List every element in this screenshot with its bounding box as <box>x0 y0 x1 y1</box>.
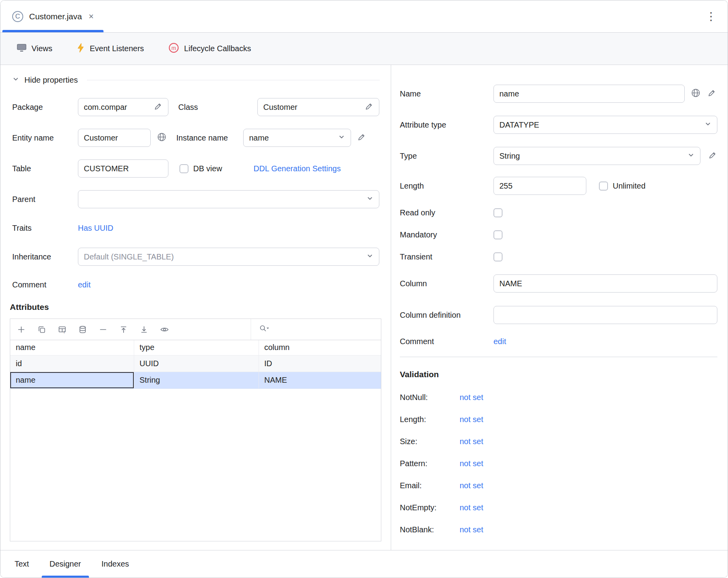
attribute-row-name[interactable]: name String NAME <box>10 372 381 388</box>
cell-column[interactable]: ID <box>259 355 381 372</box>
event-listeners-button[interactable]: Event Listeners <box>77 43 144 55</box>
more-options-icon[interactable]: ⋮ <box>706 11 717 22</box>
unlimited-checkbox[interactable] <box>599 182 608 191</box>
tab-designer[interactable]: Designer <box>39 550 91 578</box>
class-field[interactable]: Customer <box>257 98 379 116</box>
validation-row: Length: not set <box>400 408 717 430</box>
length-label: Length <box>400 182 493 191</box>
edit-pencil-icon[interactable] <box>154 102 163 113</box>
unlimited-label: Unlimited <box>613 182 645 191</box>
column-header-name[interactable]: name <box>10 340 134 355</box>
tab-customer-java[interactable]: C Customer.java × <box>0 0 105 32</box>
column-definition-input[interactable] <box>493 306 717 324</box>
section-rule <box>87 80 380 80</box>
lifecycle-callbacks-label: Lifecycle Callbacks <box>184 44 251 53</box>
database-icon[interactable] <box>76 322 90 337</box>
cell-type[interactable]: UUID <box>134 355 259 372</box>
pattern-not-set-link[interactable]: not set <box>460 459 483 468</box>
db-view-checkbox[interactable] <box>179 164 188 173</box>
column-header-type[interactable]: type <box>134 340 259 355</box>
edit-pencil-icon[interactable] <box>708 151 717 161</box>
notblank-not-set-link[interactable]: not set <box>460 525 483 534</box>
type-dropdown[interactable]: String <box>493 147 700 165</box>
read-only-label: Read only <box>400 208 493 217</box>
parent-dropdown[interactable] <box>78 190 379 208</box>
instance-name-dropdown[interactable]: name <box>243 129 351 147</box>
validation-row: Email: not set <box>400 474 717 496</box>
lifecycle-callbacks-button[interactable]: m Lifecycle Callbacks <box>168 43 251 55</box>
inheritance-dropdown[interactable]: Default (SINGLE_TABLE) <box>78 248 379 266</box>
cell-type[interactable]: String <box>134 372 259 388</box>
transient-checkbox[interactable] <box>493 252 503 261</box>
copy-attribute-icon[interactable] <box>35 322 49 337</box>
entity-name-field[interactable]: Customer <box>78 129 151 147</box>
cell-column[interactable]: NAME <box>259 372 381 388</box>
cell-name[interactable]: name <box>10 372 134 388</box>
ddl-generation-settings-link[interactable]: DDL Generation Settings <box>253 164 341 173</box>
edit-pencil-icon[interactable] <box>365 102 373 113</box>
tab-text[interactable]: Text <box>4 550 39 578</box>
entity-properties-form: Package com.compar Class Customer <box>12 92 391 297</box>
entity-name-label: Entity name <box>12 133 78 143</box>
read-only-checkbox[interactable] <box>493 208 503 217</box>
type-label: Type <box>400 152 493 161</box>
attributes-header-row: name type column <box>10 340 381 355</box>
column-header-column[interactable]: column <box>259 340 381 355</box>
comment-edit-link[interactable]: edit <box>78 280 91 289</box>
column-label: Column <box>400 279 493 288</box>
mandatory-checkbox[interactable] <box>493 230 503 239</box>
notnull-not-set-link[interactable]: not set <box>460 393 483 402</box>
globe-icon[interactable] <box>157 132 166 144</box>
tab-text-label: Text <box>15 559 29 569</box>
edit-pencil-icon[interactable] <box>708 89 716 99</box>
notempty-label: NotEmpty: <box>400 503 460 512</box>
globe-icon[interactable] <box>691 88 700 100</box>
search-icon <box>259 324 270 335</box>
db-view-label: DB view <box>193 164 222 173</box>
size-not-set-link[interactable]: not set <box>460 437 483 446</box>
length-not-set-link[interactable]: not set <box>460 415 483 424</box>
email-not-set-link[interactable]: not set <box>460 481 483 490</box>
close-tab-icon[interactable]: × <box>88 12 94 21</box>
attribute-type-dropdown[interactable]: DATATYPE <box>493 116 717 134</box>
event-listeners-label: Event Listeners <box>90 44 144 53</box>
notempty-not-set-link[interactable]: not set <box>460 503 483 512</box>
add-attribute-icon[interactable] <box>14 322 28 337</box>
column-definition-label: Column definition <box>400 311 493 320</box>
validation-row: NotBlank: not set <box>400 519 717 541</box>
validation-title: Validation <box>400 368 717 381</box>
add-from-db-icon[interactable]: f <box>55 322 69 337</box>
move-up-icon[interactable] <box>116 322 131 337</box>
designer-toolbar: Views Event Listeners m Lifecycle Callba… <box>0 33 728 65</box>
attributes-table: name type column id UUID ID name <box>10 340 381 389</box>
package-field[interactable]: com.compar <box>78 98 168 116</box>
has-uuid-link[interactable]: Has UUID <box>78 224 113 233</box>
traits-label: Traits <box>12 224 78 233</box>
comment-label: Comment <box>12 280 78 289</box>
edit-pencil-icon[interactable] <box>357 133 366 143</box>
move-down-icon[interactable] <box>137 322 151 337</box>
remove-attribute-icon[interactable] <box>96 322 110 337</box>
cell-name[interactable]: id <box>10 355 134 372</box>
attribute-name-input[interactable] <box>493 85 685 103</box>
instance-name-label: Instance name <box>176 133 243 143</box>
validation-row: Size: not set <box>400 430 717 452</box>
table-input[interactable] <box>78 159 168 178</box>
visibility-eye-icon[interactable] <box>157 322 172 337</box>
comment-edit-link[interactable]: edit <box>493 337 506 346</box>
tab-indexes[interactable]: Indexes <box>91 550 139 578</box>
attributes-search[interactable] <box>251 319 381 340</box>
attribute-row-id[interactable]: id UUID ID <box>10 355 381 372</box>
length-input[interactable] <box>493 177 586 195</box>
transient-label: Transient <box>400 252 493 261</box>
hide-properties-toggle[interactable]: Hide properties <box>12 74 380 85</box>
entity-name-value: Customer <box>84 133 145 143</box>
attributes-toolbar: f <box>10 319 381 340</box>
class-value: Customer <box>263 103 361 112</box>
validation-row: NotEmpty: not set <box>400 496 717 519</box>
column-input[interactable] <box>493 274 717 293</box>
notblank-label: NotBlank: <box>400 525 460 534</box>
package-value: com.compar <box>84 103 150 112</box>
table-label: Table <box>12 164 78 173</box>
views-button[interactable]: Views <box>17 44 52 54</box>
